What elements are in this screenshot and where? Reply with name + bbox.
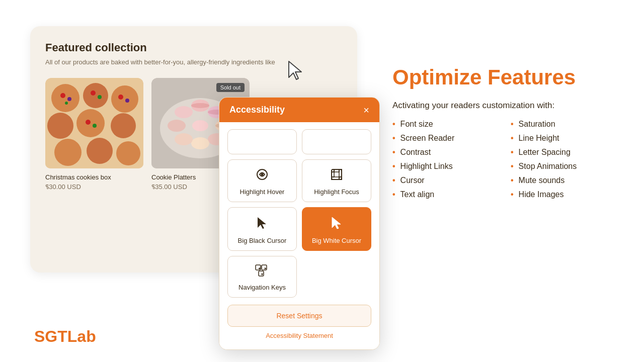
svg-text:◄: ◄ bbox=[258, 266, 261, 270]
svg-point-30 bbox=[168, 120, 186, 132]
svg-point-8 bbox=[87, 138, 113, 164]
modal-body: Highlight Hover Highlight Focus bbox=[219, 122, 379, 349]
feature-label: Text align bbox=[400, 190, 435, 199]
svg-point-34 bbox=[261, 173, 264, 176]
feature-item: •Mute sounds bbox=[511, 176, 629, 185]
feature-item: •Hide Images bbox=[511, 190, 629, 199]
modal-cursor-row: Big Black Cursor Big White Cursor bbox=[227, 207, 371, 251]
feature-item: •Contrast bbox=[392, 148, 511, 157]
feature-bullet: • bbox=[511, 148, 514, 157]
feature-bullet: • bbox=[392, 134, 395, 143]
store-title: Featured collection bbox=[45, 41, 342, 54]
svg-point-7 bbox=[54, 139, 82, 166]
sold-out-badge: Sold out bbox=[216, 83, 245, 92]
feature-item: •Text align bbox=[392, 190, 511, 199]
product-image-bg-1 bbox=[45, 78, 143, 168]
navigation-keys-icon: ◄ ► ▼ bbox=[255, 264, 269, 280]
big-black-cursor-button[interactable]: Big Black Cursor bbox=[227, 207, 297, 251]
svg-text:▼: ▼ bbox=[261, 273, 264, 276]
feature-item: •Font size bbox=[392, 120, 511, 129]
feature-item: •Letter Spacing bbox=[511, 148, 629, 157]
optimize-title: Optimize Features bbox=[392, 65, 629, 89]
svg-point-17 bbox=[86, 120, 91, 125]
svg-point-10 bbox=[60, 93, 65, 98]
feature-bullet: • bbox=[392, 162, 395, 171]
product-name-1: Christmas cookies box bbox=[45, 173, 143, 181]
modal-highlight-row: Highlight Hover Highlight Focus bbox=[227, 159, 371, 202]
product-card-1: Christmas cookies box $30.00 USD bbox=[45, 78, 143, 191]
svg-point-5 bbox=[76, 109, 105, 137]
feature-bullet: • bbox=[392, 190, 395, 199]
big-white-cursor-icon bbox=[331, 216, 343, 233]
big-black-cursor-label: Big Black Cursor bbox=[238, 237, 287, 244]
modal-close-button[interactable]: × bbox=[363, 105, 369, 115]
svg-point-31 bbox=[175, 106, 193, 118]
store-subtitle: All of our products are baked with bette… bbox=[45, 58, 342, 66]
feature-label: Cursor bbox=[400, 176, 425, 185]
highlight-focus-button[interactable]: Highlight Focus bbox=[302, 159, 371, 202]
svg-point-12 bbox=[65, 102, 68, 105]
product-price-1: $30.00 USD bbox=[45, 183, 143, 191]
feature-bullet: • bbox=[392, 176, 395, 185]
svg-point-18 bbox=[93, 124, 97, 128]
modal-top-btn-right[interactable] bbox=[302, 129, 371, 154]
modal-nav-row: ◄ ► ▼ Navigation Keys bbox=[227, 256, 371, 298]
highlight-focus-label: Highlight Focus bbox=[314, 188, 359, 196]
logo: SGTLab bbox=[34, 327, 96, 346]
big-black-cursor-icon bbox=[256, 216, 268, 233]
svg-point-29 bbox=[175, 133, 193, 145]
features-col-right: •Saturation•Line Height•Letter Spacing•S… bbox=[511, 120, 629, 199]
svg-point-11 bbox=[67, 97, 71, 101]
logo-text: SGTLab bbox=[34, 327, 96, 345]
feature-bullet: • bbox=[392, 148, 395, 157]
svg-point-4 bbox=[47, 113, 73, 139]
svg-point-22 bbox=[191, 103, 209, 108]
feature-label: Letter Spacing bbox=[519, 148, 571, 157]
reset-settings-button[interactable]: Reset Settings bbox=[227, 305, 371, 327]
svg-point-6 bbox=[111, 113, 136, 138]
feature-bullet: • bbox=[511, 162, 514, 171]
feature-label: Stop Animations bbox=[519, 162, 577, 171]
feature-label: Screen Reader bbox=[400, 134, 455, 143]
highlight-focus-icon bbox=[330, 168, 343, 184]
svg-point-14 bbox=[98, 95, 102, 99]
svg-point-15 bbox=[118, 95, 123, 100]
highlight-hover-icon bbox=[256, 168, 269, 184]
highlight-hover-label: Highlight Hover bbox=[240, 188, 285, 196]
svg-point-13 bbox=[91, 90, 96, 96]
feature-bullet: • bbox=[511, 134, 514, 143]
features-grid: •Font size•Screen Reader•Contrast•Highli… bbox=[392, 120, 629, 199]
modal-top-btn-left[interactable] bbox=[227, 129, 297, 154]
feature-label: Saturation bbox=[519, 120, 555, 129]
svg-point-1 bbox=[51, 84, 79, 112]
svg-point-3 bbox=[111, 85, 138, 113]
feature-label: Hide Images bbox=[519, 190, 564, 199]
svg-text:►: ► bbox=[264, 266, 268, 270]
feature-label: Line Height bbox=[519, 134, 559, 143]
navigation-keys-button[interactable]: ◄ ► ▼ Navigation Keys bbox=[227, 256, 297, 298]
product-image-1 bbox=[45, 78, 143, 168]
feature-item: •Saturation bbox=[511, 120, 629, 129]
svg-point-28 bbox=[191, 137, 209, 149]
highlight-hover-button[interactable]: Highlight Hover bbox=[227, 159, 297, 202]
feature-item: •Highlight Links bbox=[392, 162, 511, 171]
feature-bullet: • bbox=[511, 190, 514, 199]
big-white-cursor-button[interactable]: Big White Cursor bbox=[302, 207, 371, 251]
accessibility-statement-link[interactable]: Accessibility Statement bbox=[227, 332, 371, 339]
feature-item: •Cursor bbox=[392, 176, 511, 185]
cookies-image bbox=[45, 78, 143, 168]
accessibility-modal: Accessibility × Highlight Hover bbox=[219, 97, 380, 350]
feature-bullet: • bbox=[511, 120, 514, 129]
svg-point-9 bbox=[116, 141, 140, 165]
svg-rect-36 bbox=[334, 172, 339, 177]
feature-item: •Screen Reader bbox=[392, 134, 511, 143]
feature-bullet: • bbox=[511, 176, 514, 185]
feature-label: Contrast bbox=[400, 148, 431, 157]
feature-label: Mute sounds bbox=[519, 176, 565, 185]
activating-text: Activating your readers customization wi… bbox=[392, 101, 629, 111]
feature-item: •Stop Animations bbox=[511, 162, 629, 171]
right-panel: Optimize Features Activating your reader… bbox=[392, 65, 629, 199]
svg-point-16 bbox=[125, 99, 129, 103]
svg-rect-35 bbox=[332, 169, 342, 179]
modal-top-row bbox=[227, 129, 371, 154]
